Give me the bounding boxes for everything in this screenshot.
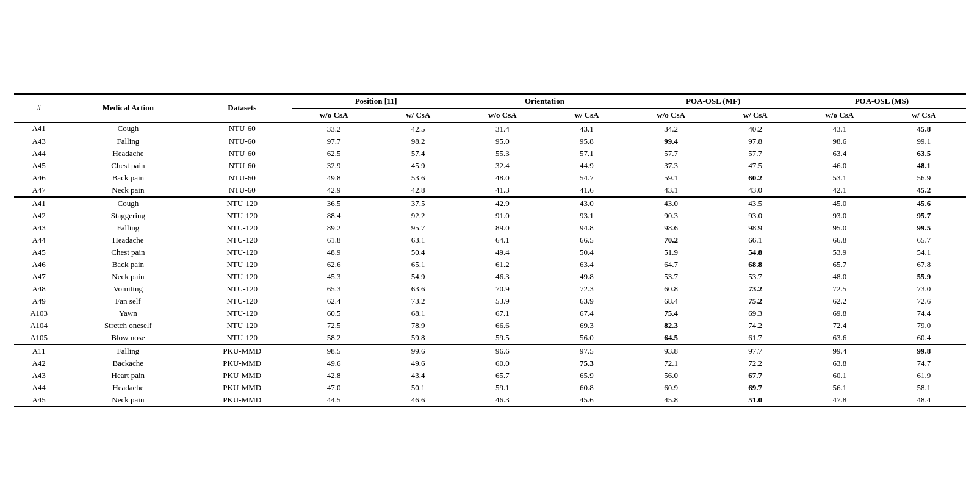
cell-ori_w: 49.8 (544, 271, 629, 283)
cell-poa_mf_wo: 64.7 (629, 259, 713, 271)
cell-poa_mf_w: 68.8 (713, 259, 798, 271)
cell-dataset: NTU-60 (193, 123, 292, 135)
cell-dataset: NTU-120 (193, 295, 292, 307)
cell-id: A45 (14, 246, 63, 259)
cell-pos_wo: 58.2 (292, 332, 376, 345)
cell-ori_w: 54.7 (544, 172, 629, 184)
cell-poa_mf_w: 69.3 (713, 307, 798, 320)
cell-dataset: PKU-MMD (193, 382, 292, 394)
cell-poa_mf_w: 61.7 (713, 332, 798, 345)
cell-ori_wo: 96.6 (460, 345, 544, 357)
cell-poa_mf_w: 43.5 (713, 197, 798, 210)
cell-poa_ms_w: 67.8 (882, 259, 966, 271)
cell-ori_wo: 46.3 (460, 394, 544, 407)
results-table: # Medical Action Datasets Position [11] … (14, 93, 966, 407)
cell-action: Headache (63, 382, 192, 394)
cell-dataset: NTU-60 (193, 135, 292, 148)
table-row: A43FallingNTU-6097.798.295.095.899.497.8… (14, 135, 966, 148)
cell-pos_w: 95.7 (376, 222, 460, 234)
table-row: A41CoughNTU-6033.242.531.443.134.240.243… (14, 123, 966, 135)
cell-ori_w: 63.4 (544, 259, 629, 271)
cell-pos_wo: 42.8 (292, 370, 376, 382)
cell-id: A49 (14, 295, 63, 307)
cell-dataset: NTU-60 (193, 148, 292, 160)
cell-id: A45 (14, 394, 63, 407)
cell-pos_wo: 44.5 (292, 394, 376, 407)
cell-pos_w: 59.8 (376, 332, 460, 345)
cell-action: Yawn (63, 307, 192, 320)
cell-poa_ms_wo: 63.8 (798, 357, 882, 370)
cell-poa_mf_w: 67.7 (713, 370, 798, 382)
cell-poa_ms_w: 72.6 (882, 295, 966, 307)
cell-poa_mf_wo: 45.8 (629, 394, 713, 407)
cell-poa_ms_w: 99.5 (882, 222, 966, 234)
cell-poa_mf_w: 53.7 (713, 271, 798, 283)
table-row: A49Fan selfNTU-12062.473.253.963.968.475… (14, 295, 966, 307)
table-row: A45Neck painPKU-MMD44.546.646.345.645.85… (14, 394, 966, 407)
cell-pos_w: 50.1 (376, 382, 460, 394)
cell-pos_wo: 48.9 (292, 246, 376, 259)
cell-poa_mf_wo: 90.3 (629, 210, 713, 222)
cell-id: A45 (14, 160, 63, 172)
cell-action: Falling (63, 345, 192, 357)
cell-poa_mf_wo: 53.7 (629, 271, 713, 283)
cell-poa_ms_wo: 47.8 (798, 394, 882, 407)
cell-pos_w: 63.1 (376, 234, 460, 246)
cell-poa_ms_wo: 63.6 (798, 332, 882, 345)
sub-pos-w: w/ CsA (376, 108, 460, 123)
cell-poa_mf_w: 73.2 (713, 283, 798, 295)
cell-dataset: NTU-60 (193, 160, 292, 172)
sub-ori-wo: w/o CsA (460, 108, 544, 123)
cell-poa_ms_wo: 72.4 (798, 320, 882, 332)
cell-poa_ms_wo: 45.0 (798, 197, 882, 210)
cell-poa_ms_wo: 65.7 (798, 259, 882, 271)
cell-ori_w: 65.9 (544, 370, 629, 382)
cell-pos_w: 42.5 (376, 123, 460, 135)
cell-pos_wo: 32.9 (292, 160, 376, 172)
cell-ori_wo: 41.3 (460, 184, 544, 197)
cell-pos_wo: 49.8 (292, 172, 376, 184)
cell-poa_mf_w: 74.2 (713, 320, 798, 332)
sub-ms-wo: w/o CsA (798, 108, 882, 123)
cell-id: A44 (14, 382, 63, 394)
cell-action: Chest pain (63, 246, 192, 259)
table-row: A44HeadachePKU-MMD47.050.159.160.860.969… (14, 382, 966, 394)
cell-ori_w: 56.0 (544, 332, 629, 345)
cell-poa_mf_wo: 34.2 (629, 123, 713, 135)
cell-action: Heart pain (63, 370, 192, 382)
cell-pos_wo: 42.9 (292, 184, 376, 197)
cell-poa_mf_wo: 93.8 (629, 345, 713, 357)
cell-id: A42 (14, 357, 63, 370)
cell-id: A43 (14, 370, 63, 382)
main-container: # Medical Action Datasets Position [11] … (14, 93, 966, 407)
cell-dataset: NTU-60 (193, 172, 292, 184)
cell-ori_wo: 89.0 (460, 222, 544, 234)
cell-ori_w: 93.1 (544, 210, 629, 222)
col-hash-header: # (14, 94, 63, 123)
cell-action: Neck pain (63, 184, 192, 197)
cell-dataset: NTU-120 (193, 197, 292, 210)
cell-poa_mf_wo: 99.4 (629, 135, 713, 148)
cell-pos_wo: 33.2 (292, 123, 376, 135)
cell-ori_w: 72.3 (544, 283, 629, 295)
cell-ori_wo: 48.0 (460, 172, 544, 184)
cell-poa_ms_wo: 60.1 (798, 370, 882, 382)
cell-ori_wo: 59.5 (460, 332, 544, 345)
table-row: A105Blow noseNTU-12058.259.859.556.064.5… (14, 332, 966, 345)
cell-poa_ms_w: 45.2 (882, 184, 966, 197)
cell-pos_wo: 89.2 (292, 222, 376, 234)
cell-action: Blow nose (63, 332, 192, 345)
cell-pos_w: 50.4 (376, 246, 460, 259)
cell-ori_wo: 42.9 (460, 197, 544, 210)
cell-action: Chest pain (63, 160, 192, 172)
cell-poa_ms_w: 48.4 (882, 394, 966, 407)
cell-pos_w: 43.4 (376, 370, 460, 382)
cell-ori_wo: 46.3 (460, 271, 544, 283)
cell-dataset: PKU-MMD (193, 345, 292, 357)
table-row: A47Neck painNTU-12045.354.946.349.853.75… (14, 271, 966, 283)
cell-poa_mf_wo: 60.9 (629, 382, 713, 394)
cell-poa_mf_wo: 57.7 (629, 148, 713, 160)
table-row: A42BackachePKU-MMD49.649.660.075.372.172… (14, 357, 966, 370)
cell-poa_ms_w: 45.6 (882, 197, 966, 210)
cell-pos_w: 57.4 (376, 148, 460, 160)
